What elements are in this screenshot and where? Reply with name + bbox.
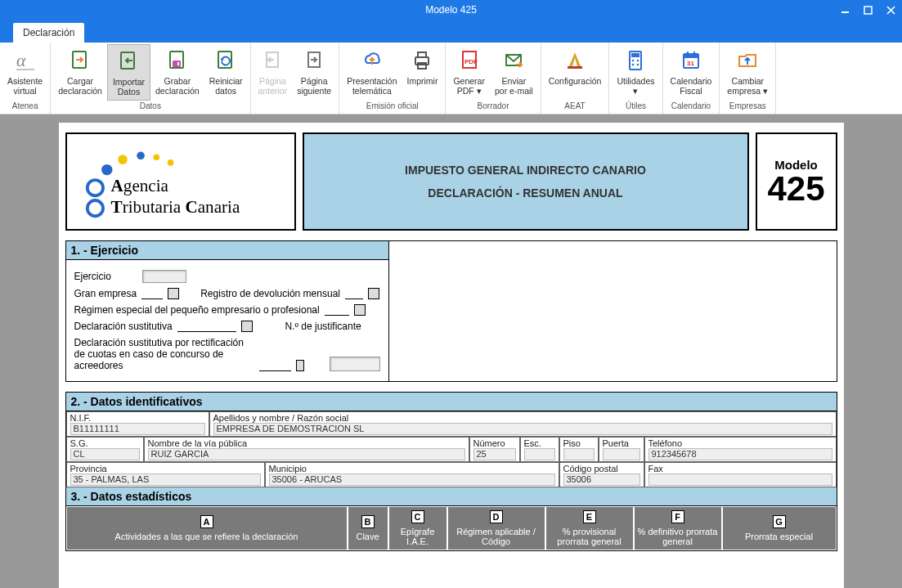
gran-empresa-checkbox[interactable] bbox=[168, 288, 179, 299]
col-g-label: Prorrata especial bbox=[745, 532, 813, 541]
fax-label: Fax bbox=[648, 464, 832, 474]
ribbon-button-label: Generar PDF ▾ bbox=[453, 76, 485, 96]
document-viewport[interactable]: Agencia Tributaria Canaria IMPUESTO GENE… bbox=[0, 114, 902, 588]
ribbon-button[interactable]: αAsistente virtual bbox=[2, 44, 47, 99]
ribbon-button[interactable]: Grabar declaración bbox=[150, 44, 204, 99]
ribbon-group: Presentación telemáticaImprimirEmisión o… bbox=[339, 43, 446, 114]
svg-point-33 bbox=[167, 159, 173, 166]
svg-rect-19 bbox=[631, 53, 639, 57]
num-value[interactable]: 25 bbox=[473, 448, 516, 460]
justificante-label: N.º de justificante bbox=[285, 321, 361, 332]
ribbon-button[interactable]: Página siguiente bbox=[292, 44, 336, 99]
tel-label: Teléfono bbox=[648, 438, 832, 448]
modelo-number: 425 bbox=[767, 172, 824, 206]
ribbon-button[interactable]: PDFGenerar PDF ▾ bbox=[448, 44, 490, 99]
ribbon-button-label: Página siguiente bbox=[297, 76, 331, 96]
ribbon-group-label bbox=[254, 110, 337, 112]
ribbon-button[interactable]: Utilidades ▾ bbox=[612, 44, 659, 99]
minimize-button[interactable] bbox=[833, 0, 856, 20]
ribbon: αAsistente virtualAteneaCargar declaraci… bbox=[0, 43, 902, 114]
regimen-label: Régimen especial del pequeño empresario … bbox=[74, 304, 320, 316]
col-c-label: Epígrafe I.A.E. bbox=[391, 527, 445, 546]
ribbon-button[interactable]: Configuración bbox=[544, 44, 607, 89]
nombre-label: Apellidos y nombre / Razón social bbox=[213, 413, 832, 423]
prov-value[interactable]: 35 - PALMAS, LAS bbox=[70, 474, 261, 486]
via-value[interactable]: RUIZ GARCIA bbox=[148, 448, 465, 460]
ribbon-button[interactable]: Reiniciar datos bbox=[204, 44, 248, 99]
maximize-button[interactable] bbox=[856, 0, 879, 20]
ribbon-group: Cargar declaraciónImportar DatosGrabar d… bbox=[51, 43, 250, 114]
ribbon-button-label: Enviar por e-mail bbox=[495, 76, 533, 96]
window-titlebar: Modelo 425 bbox=[0, 0, 902, 20]
ribbon-group: 31Calendario FiscalCalendario bbox=[663, 43, 720, 114]
fax-value[interactable] bbox=[648, 474, 832, 486]
ribbon-group-label: Empresas bbox=[722, 101, 773, 112]
doc-refresh-icon bbox=[213, 47, 239, 74]
cp-value[interactable]: 35006 bbox=[563, 474, 640, 486]
svg-text:31: 31 bbox=[687, 60, 694, 67]
page-prev-icon bbox=[259, 47, 285, 74]
section-2-header: 2. - Datos identificativos bbox=[66, 393, 837, 411]
doc-save-icon bbox=[164, 47, 191, 74]
form-title-box: IMPUESTO GENERAL INDIRECTO CANARIO DECLA… bbox=[303, 132, 749, 231]
ribbon-group: PDFGenerar PDF ▾Enviar por e-mailBorrado… bbox=[446, 43, 541, 114]
mun-label: Municipio bbox=[269, 464, 555, 474]
ribbon-button[interactable]: Imprimir bbox=[402, 44, 443, 89]
puerta-value[interactable] bbox=[603, 448, 640, 460]
ribbon-group-label: Atenea bbox=[2, 101, 47, 112]
col-f-label: % definitivo prorrata general bbox=[636, 527, 720, 546]
nombre-value[interactable]: EMPRESA DE DEMOSTRACION SL bbox=[213, 423, 832, 435]
close-button[interactable] bbox=[879, 0, 902, 20]
form-title-1: IMPUESTO GENERAL INDIRECTO CANARIO bbox=[405, 164, 646, 177]
ribbon-group: αAsistente virtualAtenea bbox=[0, 43, 51, 114]
svg-point-23 bbox=[637, 64, 639, 66]
modelo-box: Modelo 425 bbox=[756, 132, 837, 231]
via-label: Nombre de la vía pública bbox=[148, 438, 465, 448]
cloud-up-icon bbox=[359, 47, 385, 74]
stats-header-row: A Actividades a las que se refiere la de… bbox=[66, 506, 837, 550]
svg-point-31 bbox=[137, 152, 145, 160]
agency-logo-box: Agencia Tributaria Canaria bbox=[65, 132, 296, 231]
ribbon-button[interactable]: Importar Datos bbox=[107, 44, 150, 101]
svg-rect-26 bbox=[687, 52, 689, 56]
mun-value[interactable]: 35006 - ARUCAS bbox=[269, 474, 555, 486]
alpha-icon: α bbox=[12, 47, 38, 74]
ribbon-button-label: Calendario Fiscal bbox=[671, 76, 712, 96]
registro-checkbox[interactable] bbox=[368, 288, 379, 299]
sustitutiva-label: Declaración sustitutiva bbox=[74, 321, 173, 332]
sust-rect-checkbox[interactable] bbox=[296, 360, 304, 371]
svg-point-32 bbox=[153, 154, 159, 160]
tab-declaracion[interactable]: Declaración bbox=[13, 23, 84, 43]
nif-label: N.I.F. bbox=[70, 413, 205, 423]
ribbon-button[interactable]: Cambiar empresa ▾ bbox=[722, 44, 773, 99]
nif-value[interactable]: B11111111 bbox=[70, 423, 205, 435]
ribbon-button[interactable]: Cargar declaración bbox=[53, 44, 107, 99]
col-letter-g: G bbox=[773, 515, 786, 528]
doc-arrow-right-icon bbox=[67, 47, 93, 74]
sust-rect-label: Declaración sustitutiva por rectificació… bbox=[74, 337, 254, 371]
svg-rect-27 bbox=[693, 52, 695, 56]
ribbon-button[interactable]: Enviar por e-mail bbox=[490, 44, 538, 99]
calculator-icon bbox=[622, 47, 648, 74]
svg-rect-12 bbox=[418, 52, 426, 57]
ribbon-button[interactable]: Presentación telemática bbox=[342, 44, 402, 99]
svg-rect-1 bbox=[864, 7, 872, 14]
sg-value[interactable]: CL bbox=[70, 448, 140, 460]
svg-text:Agencia: Agencia bbox=[110, 176, 168, 195]
section-1-header: 1. - Ejercicio bbox=[66, 241, 388, 260]
ribbon-tabstrip: Declaración bbox=[0, 20, 902, 43]
ejercicio-input[interactable] bbox=[142, 270, 186, 283]
esc-value[interactable] bbox=[524, 448, 555, 460]
justificante-input[interactable] bbox=[330, 357, 380, 371]
ribbon-group: ConfiguraciónAEAT bbox=[541, 43, 610, 114]
col-a-label: Actividades a las que se refiere la decl… bbox=[115, 532, 298, 541]
sustitutiva-checkbox[interactable] bbox=[241, 321, 253, 332]
regimen-checkbox[interactable] bbox=[354, 304, 366, 316]
tel-value[interactable]: 912345678 bbox=[648, 448, 832, 460]
svg-rect-7 bbox=[177, 62, 179, 65]
ribbon-button[interactable]: 31Calendario Fiscal bbox=[666, 44, 717, 99]
piso-value[interactable] bbox=[563, 448, 595, 460]
svg-text:Tributaria Canaria: Tributaria Canaria bbox=[110, 197, 240, 217]
aeat-icon bbox=[562, 47, 588, 74]
section-3-header: 3. - Datos estadísticos bbox=[66, 487, 837, 506]
